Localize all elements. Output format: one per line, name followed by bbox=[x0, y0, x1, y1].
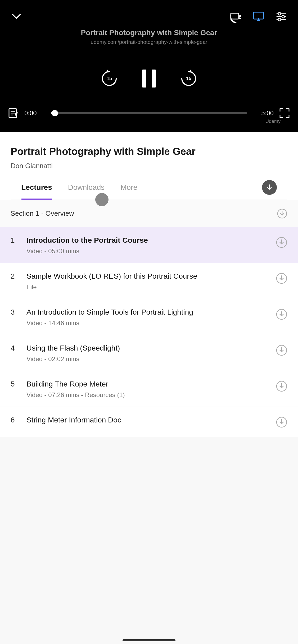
lecture-download-button[interactable] bbox=[276, 416, 287, 429]
lecture-details: An Introduction to Simple Tools for Port… bbox=[26, 307, 269, 327]
download-all-button[interactable] bbox=[262, 180, 277, 195]
lecture-number: 2 bbox=[11, 272, 20, 280]
tab-lectures[interactable]: Lectures bbox=[21, 175, 52, 200]
svg-rect-12 bbox=[142, 70, 146, 88]
lecture-item[interactable]: 5 Building The Rope Meter Video - 07:26 … bbox=[0, 371, 298, 407]
lecture-title: Sample Workbook (LO RES) for this Portra… bbox=[26, 271, 269, 281]
collapse-button[interactable] bbox=[11, 11, 22, 22]
section-title: Section 1 - Overview bbox=[11, 209, 74, 218]
cast-button[interactable] bbox=[230, 11, 242, 23]
settings-button[interactable] bbox=[275, 11, 287, 23]
course-instructor: Don Giannatti bbox=[11, 162, 287, 170]
lecture-download-button[interactable] bbox=[276, 273, 287, 285]
course-title-overlay: Portrait Photography with Simple Gear ud… bbox=[0, 23, 298, 45]
lecture-number: 5 bbox=[11, 380, 20, 388]
svg-point-10 bbox=[278, 18, 281, 21]
home-indicator bbox=[123, 639, 175, 641]
lecture-meta: Video - 05:00 mins bbox=[26, 247, 269, 255]
tab-indicator bbox=[95, 193, 109, 206]
play-pause-button[interactable] bbox=[141, 68, 157, 89]
course-info: Portrait Photography with Simple Gear Do… bbox=[0, 132, 298, 200]
content-area: Portrait Photography with Simple Gear Do… bbox=[0, 132, 298, 644]
lecture-item[interactable]: 2 Sample Workbook (LO RES) for this Port… bbox=[0, 263, 298, 299]
fullscreen-button[interactable] bbox=[279, 108, 290, 119]
progress-track[interactable] bbox=[51, 112, 247, 114]
rewind-button[interactable]: 15 bbox=[99, 68, 120, 89]
playback-controls: 15 15 bbox=[99, 68, 199, 89]
player-controls-right bbox=[230, 11, 287, 23]
lecture-meta: File bbox=[26, 283, 269, 291]
svg-rect-1 bbox=[239, 15, 241, 17]
lecture-title: Using the Flash (Speedlight) bbox=[26, 343, 269, 353]
forward-button[interactable]: 15 bbox=[178, 68, 199, 89]
player-title: Portrait Photography with Simple Gear bbox=[0, 28, 298, 38]
lecture-title: Building The Rope Meter bbox=[26, 379, 269, 389]
course-title: Portrait Photography with Simple Gear bbox=[11, 143, 287, 158]
lecture-title: An Introduction to Simple Tools for Port… bbox=[26, 307, 269, 317]
lecture-meta: Video - 14:46 mins bbox=[26, 319, 269, 327]
svg-point-8 bbox=[278, 12, 281, 15]
svg-text:15: 15 bbox=[107, 76, 112, 81]
player-url: udemy.com/portrait-photography-with-simp… bbox=[0, 39, 298, 45]
lecture-meta: Video - 07:26 mins - Resources (1) bbox=[26, 391, 269, 399]
lecture-item[interactable]: 1 Introduction to the Portrait Course Vi… bbox=[0, 227, 298, 263]
udemy-watermark: Udemy bbox=[8, 119, 290, 124]
lecture-item[interactable]: 6 String Meter Information Doc bbox=[0, 407, 298, 437]
progress-thumb[interactable] bbox=[52, 110, 58, 116]
video-player: Portrait Photography with Simple Gear ud… bbox=[0, 0, 298, 132]
lectures-list: Section 1 - Overview 1 Introduction to t… bbox=[0, 200, 298, 437]
lecture-title: String Meter Information Doc bbox=[26, 415, 269, 425]
lecture-download-button[interactable] bbox=[276, 344, 287, 357]
lecture-details: String Meter Information Doc bbox=[26, 415, 269, 427]
player-progress-area: 0:00 5:00 Udemy bbox=[0, 108, 298, 132]
player-top-bar bbox=[0, 11, 298, 23]
svg-rect-0 bbox=[231, 13, 239, 19]
section-download-button[interactable] bbox=[277, 208, 287, 219]
lecture-number: 4 bbox=[11, 344, 20, 352]
svg-point-9 bbox=[282, 15, 285, 18]
svg-text:15: 15 bbox=[186, 76, 191, 81]
notes-button[interactable] bbox=[8, 108, 19, 119]
lecture-number: 3 bbox=[11, 308, 20, 316]
lecture-download-button[interactable] bbox=[276, 237, 287, 249]
airplay-button[interactable] bbox=[252, 11, 265, 23]
time-current: 0:00 bbox=[24, 109, 46, 117]
lecture-details: Building The Rope Meter Video - 07:26 mi… bbox=[26, 379, 269, 399]
lecture-details: Introduction to the Portrait Course Vide… bbox=[26, 235, 269, 255]
lecture-item[interactable]: 3 An Introduction to Simple Tools for Po… bbox=[0, 299, 298, 335]
lecture-download-button[interactable] bbox=[276, 380, 287, 393]
lecture-meta: Video - 02:02 mins bbox=[26, 355, 269, 363]
section-header: Section 1 - Overview bbox=[0, 200, 298, 227]
lecture-number: 6 bbox=[11, 416, 20, 424]
svg-rect-13 bbox=[152, 70, 156, 88]
lecture-title: Introduction to the Portrait Course bbox=[26, 235, 269, 245]
player-center: Portrait Photography with Simple Gear ud… bbox=[0, 23, 298, 108]
tabs-container: Lectures Downloads More bbox=[11, 175, 287, 200]
lecture-number: 1 bbox=[11, 236, 20, 245]
lecture-details: Using the Flash (Speedlight) Video - 02:… bbox=[26, 343, 269, 363]
lecture-download-button[interactable] bbox=[276, 309, 287, 321]
tab-more[interactable]: More bbox=[120, 175, 137, 200]
time-total: 5:00 bbox=[252, 109, 274, 117]
progress-row: 0:00 5:00 bbox=[8, 108, 290, 119]
lecture-item[interactable]: 4 Using the Flash (Speedlight) Video - 0… bbox=[0, 335, 298, 371]
lecture-details: Sample Workbook (LO RES) for this Portra… bbox=[26, 271, 269, 291]
